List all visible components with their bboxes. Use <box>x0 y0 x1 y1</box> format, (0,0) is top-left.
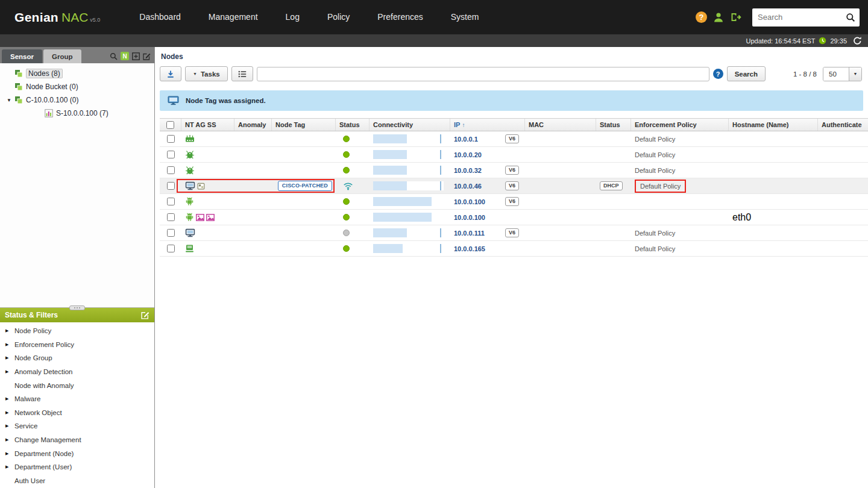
filter-item[interactable]: ▶Malware <box>0 392 154 406</box>
tree-item[interactable]: S-10.0.0.100 (7) <box>0 107 154 120</box>
column-header-mac[interactable]: MAC <box>525 119 596 131</box>
connectivity-marker <box>440 150 441 159</box>
column-header-select[interactable] <box>160 119 181 131</box>
column-header-status[interactable]: Status <box>336 119 370 131</box>
filter-item[interactable]: ▶Node Policy <box>0 324 154 338</box>
table-row[interactable]: 10.0.0.32V6Default Policy <box>160 163 868 178</box>
page-size-select[interactable]: 50 ▼ <box>823 67 862 81</box>
row-checkbox[interactable] <box>167 151 175 158</box>
table-row[interactable]: 10.0.0.165Default Policy <box>160 241 868 257</box>
column-header-host[interactable]: Hostname (Name) <box>729 119 818 131</box>
ip-link[interactable]: 10.0.0.46 <box>454 183 482 190</box>
column-header-tag[interactable]: Node Tag <box>272 119 336 131</box>
enforcement-policy-link[interactable]: Default Policy <box>635 230 675 237</box>
select-all-checkbox[interactable] <box>166 121 174 129</box>
refresh-icon[interactable] <box>853 36 862 45</box>
top-navbar: Genian NAC v5.0 DashboardManagementLogPo… <box>0 0 868 34</box>
ip-link[interactable]: 10.0.0.165 <box>454 245 485 252</box>
filter-item[interactable]: ▶Service <box>0 419 154 433</box>
column-header-anomaly[interactable]: Anomaly <box>234 119 272 131</box>
search-help-icon[interactable]: ? <box>713 69 723 79</box>
nav-item-policy[interactable]: Policy <box>313 0 363 34</box>
tree-item[interactable]: ▼C-10.0.0.100 (0) <box>0 93 154 107</box>
node-filter-input[interactable] <box>257 67 709 81</box>
table-row[interactable]: CISCO-PATCHED10.0.0.46V6DHCPDefault Poli… <box>160 178 868 194</box>
sidebar-tab-group[interactable]: Group <box>43 49 81 63</box>
column-header-nt[interactable]: NT AG SS <box>181 119 234 131</box>
table-row[interactable]: 10.0.0.100eth0 <box>160 210 868 225</box>
add-icon[interactable] <box>132 52 140 60</box>
cell-status <box>336 194 370 209</box>
row-checkbox[interactable] <box>167 182 175 190</box>
new-node-icon[interactable]: N <box>121 52 129 60</box>
column-header-auth[interactable]: Authenticate <box>818 119 868 131</box>
enforcement-policy-link[interactable]: Default Policy <box>635 245 675 252</box>
table-row[interactable]: 10.0.0.20Default Policy <box>160 147 868 163</box>
enforcement-policy-link[interactable]: Default Policy <box>635 136 675 143</box>
row-checkbox[interactable] <box>167 135 175 143</box>
search-button[interactable]: Search <box>727 66 766 81</box>
column-header-status2[interactable]: Status <box>596 119 631 131</box>
filter-item[interactable]: ▶Department (User) <box>0 460 154 474</box>
edit-filters-icon[interactable] <box>141 311 149 319</box>
tree-item[interactable]: Nodes (8) <box>0 67 154 80</box>
ip-link[interactable]: 10.0.0.100 <box>454 198 485 205</box>
nav-item-dashboard[interactable]: Dashboard <box>125 0 195 34</box>
row-checkbox[interactable] <box>167 245 175 252</box>
brand-logo[interactable]: Genian NAC v5.0 <box>14 10 100 25</box>
row-checkbox[interactable] <box>167 198 175 205</box>
enforcement-policy-link[interactable]: Default Policy <box>635 167 675 174</box>
tree-item[interactable]: Node Bucket (0) <box>0 80 154 93</box>
help-icon[interactable]: ? <box>696 11 707 23</box>
table-row[interactable]: 10.0.0.1V6Default Policy <box>160 131 868 147</box>
logout-icon[interactable] <box>730 12 742 22</box>
nav-item-preferences[interactable]: Preferences <box>363 0 436 34</box>
magnifier-icon[interactable] <box>110 52 118 60</box>
cell-node-tag <box>272 147 336 162</box>
ip-link[interactable]: 10.0.0.1 <box>454 136 478 143</box>
ip-link[interactable]: 10.0.0.20 <box>454 151 482 158</box>
column-header-conn[interactable]: Connectivity <box>370 119 450 131</box>
cell-authenticate <box>818 163 868 178</box>
view-options-button[interactable] <box>231 66 253 81</box>
filter-item[interactable]: ▶Department (Node) <box>0 446 154 460</box>
splitter-handle[interactable] <box>69 305 85 310</box>
search-icon[interactable] <box>846 13 855 22</box>
enforcement-policy-link[interactable]: Default Policy <box>635 180 686 193</box>
cell-select <box>160 225 181 240</box>
filter-item[interactable]: ▶Network Object <box>0 406 154 420</box>
table-row[interactable]: 10.0.0.111V6Default Policy <box>160 225 868 241</box>
edit-icon[interactable] <box>143 52 151 60</box>
content-area: SensorGroup N Nodes (8)Node Bucket (0)▼C… <box>0 47 868 488</box>
filter-item[interactable]: ▶Enforcement Policy <box>0 338 154 352</box>
row-checkbox[interactable] <box>167 229 175 237</box>
tasks-button[interactable]: ▼Tasks <box>185 66 228 81</box>
filter-item[interactable]: Node with Anomaly <box>0 378 154 392</box>
ip-link[interactable]: 10.0.0.111 <box>454 230 485 237</box>
monitor-icon <box>185 181 195 190</box>
filter-item[interactable]: ▶Node Group <box>0 351 154 365</box>
column-header-ip[interactable]: IP↑ <box>450 119 525 131</box>
caret-down-icon[interactable]: ▼ <box>4 98 14 103</box>
row-checkbox[interactable] <box>167 213 175 221</box>
filter-item[interactable]: ▶Change Management <box>0 433 154 447</box>
filter-item[interactable]: ▶Anomaly Detection <box>0 365 154 379</box>
global-search-input[interactable] <box>758 13 846 22</box>
caret-right-icon: ▶ <box>5 451 14 456</box>
sidebar-tabs: SensorGroup <box>2 49 81 63</box>
nav-item-log[interactable]: Log <box>272 0 313 34</box>
table-row[interactable]: 10.0.0.100V6 <box>160 194 868 210</box>
column-header-policy[interactable]: Enforcement Policy <box>631 119 729 131</box>
ip-link[interactable]: 10.0.0.32 <box>454 167 482 174</box>
image-icon <box>196 214 204 221</box>
notification-text: Node Tag was assigned. <box>186 97 266 104</box>
export-button[interactable] <box>160 66 181 81</box>
enforcement-policy-link[interactable]: Default Policy <box>635 151 675 158</box>
filter-item[interactable]: Auth User <box>0 474 154 488</box>
nav-item-system[interactable]: System <box>437 0 493 34</box>
sidebar-tab-sensor[interactable]: Sensor <box>2 49 42 63</box>
row-checkbox[interactable] <box>167 166 175 174</box>
nav-item-management[interactable]: Management <box>195 0 272 34</box>
ip-link[interactable]: 10.0.0.100 <box>454 214 485 221</box>
user-icon[interactable] <box>712 11 725 23</box>
